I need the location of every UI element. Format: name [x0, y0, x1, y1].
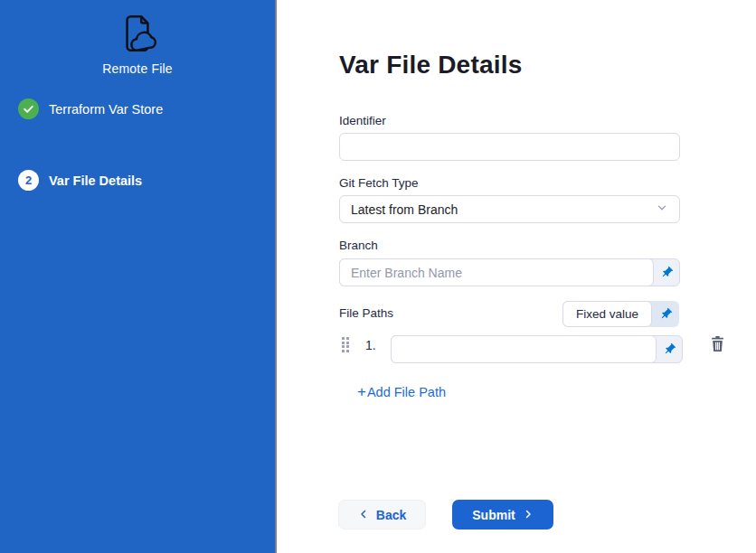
branch-input[interactable] [351, 266, 642, 280]
file-path-input[interactable] [402, 342, 645, 357]
pin-icon[interactable] [652, 301, 679, 327]
git-fetch-type-value: Latest from Branch [351, 202, 656, 217]
branch-label: Branch [339, 239, 378, 252]
wizard-title: Remote File [0, 61, 275, 76]
add-file-path-link[interactable]: + Add File Path [357, 383, 446, 401]
step-number-badge: 2 [18, 170, 39, 191]
branch-field [339, 258, 680, 286]
file-path-field [391, 335, 683, 363]
submit-button-label: Submit [472, 508, 515, 522]
submit-button[interactable]: Submit [452, 500, 553, 530]
add-file-path-label: Add File Path [367, 385, 446, 399]
fixed-value-button[interactable]: Fixed value [562, 301, 652, 327]
step-label: Var File Details [49, 173, 142, 188]
step-label: Terraform Var Store [49, 102, 163, 117]
back-button-label: Back [376, 508, 406, 522]
drag-handle-icon[interactable] [342, 337, 351, 352]
file-cloud-icon [115, 11, 160, 60]
wizard-sidebar: Remote File Terraform Var Store 2 Var Fi… [0, 0, 277, 553]
plus-icon: + [357, 383, 366, 401]
var-file-details-page: Remote File Terraform Var Store 2 Var Fi… [0, 0, 756, 553]
file-path-input-wrap [391, 335, 657, 363]
wizard-header: Remote File [0, 11, 275, 76]
identifier-input[interactable] [339, 133, 680, 161]
git-fetch-type-label: Git Fetch Type [339, 176, 419, 190]
sidebar-step-var-file-details[interactable]: 2 Var File Details [18, 170, 142, 191]
pin-icon[interactable] [654, 259, 679, 286]
trash-icon [710, 342, 725, 355]
file-paths-input-type: Fixed value [562, 301, 679, 327]
file-paths-label: File Paths [339, 306, 393, 320]
branch-input-wrap [339, 258, 654, 286]
delete-file-path-button[interactable] [708, 335, 726, 355]
pin-icon[interactable] [657, 336, 682, 362]
chevron-down-icon [656, 202, 668, 218]
chevron-right-icon [523, 508, 534, 522]
page-title: Var File Details [339, 51, 522, 80]
identifier-label: Identifier [339, 114, 386, 127]
back-button[interactable]: Back [338, 500, 426, 530]
check-circle-icon [18, 98, 39, 119]
file-path-row-index: 1. [365, 338, 376, 352]
sidebar-step-terraform-var-store[interactable]: Terraform Var Store [18, 98, 163, 119]
git-fetch-type-select[interactable]: Latest from Branch [339, 195, 680, 223]
chevron-left-icon [358, 508, 369, 522]
